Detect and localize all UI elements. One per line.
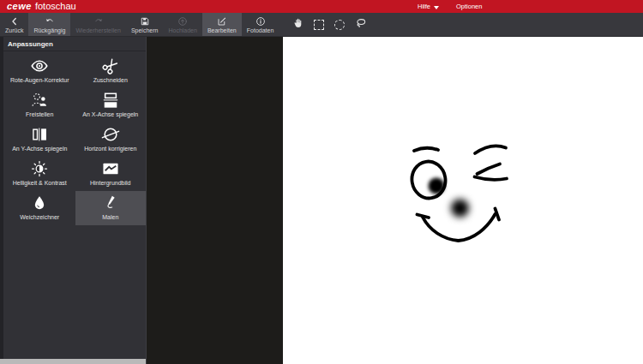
mouth-right-tick: [496, 209, 500, 220]
blur-drop-icon: [32, 194, 47, 212]
toolbar: Zurück Rückgängig Wiederherstellen Speic…: [0, 13, 643, 37]
upload-button[interactable]: Hochladen: [163, 13, 201, 36]
lasso-icon: [355, 17, 367, 29]
redo-button[interactable]: Wiederherstellen: [70, 13, 126, 36]
sidebar-item-freistellen[interactable]: Freistellen: [4, 88, 75, 122]
titlebar: cewe fotoschau Hilfe Optionen: [0, 0, 643, 13]
save-button[interactable]: Speichern: [126, 13, 164, 36]
photo-info-button[interactable]: Fotodaten: [242, 13, 279, 36]
menu-hilfe[interactable]: Hilfe: [418, 3, 439, 10]
logo-product: fotoschau: [35, 0, 76, 13]
edit-icon: [217, 15, 227, 27]
sidebar-item-y-achse-spiegeln[interactable]: An Y-Achse spiegeln: [4, 122, 75, 157]
horizontal-scrollbar[interactable]: [0, 359, 146, 364]
undo-button[interactable]: Rückgängig: [28, 13, 70, 36]
canvas-dark-area: [146, 37, 283, 364]
nose-dot: [451, 200, 469, 218]
scissors-icon: [102, 57, 119, 75]
save-icon: [140, 15, 150, 27]
chevron-left-icon: [9, 15, 20, 27]
back-button[interactable]: Zurück: [0, 13, 28, 36]
sidebar-item-rote-augen-korrektur[interactable]: Rote-Augen-Korrektur: [4, 54, 75, 88]
horizon-icon: [101, 125, 120, 144]
menu-optionen-label: Optionen: [456, 3, 482, 10]
upload-icon: [177, 15, 188, 27]
sidebar-item-hintergrundbild[interactable]: Hintergrundbild: [75, 157, 147, 191]
flip-x-icon: [101, 91, 120, 110]
logo-brand: cewe: [7, 0, 32, 13]
wink-upper-stroke: [478, 164, 501, 175]
app-window: cewe fotoschau Hilfe Optionen Zurück Rüc…: [0, 0, 643, 364]
app-logo: cewe fotoschau: [7, 0, 76, 13]
smiley-face-drawing: [403, 137, 523, 253]
red-eye-icon: [30, 57, 49, 75]
menu-hilfe-label: Hilfe: [418, 3, 430, 10]
sidebar-title: Anpassungen: [0, 37, 146, 51]
mouth-smile: [423, 214, 496, 241]
lasso-select-tool[interactable]: [355, 17, 367, 33]
sidebar-item-helligkeit-kontrast[interactable]: Helligkeit & Kontrast: [4, 157, 75, 191]
selection-tool-group: [292, 13, 367, 36]
sidebar-item-zuschneiden[interactable]: Zuschneiden: [75, 54, 147, 88]
flip-y-icon: [31, 125, 48, 144]
brightness-contrast-icon: [31, 159, 48, 178]
main-area: Anpassungen Rote-Augen-Korrektur Zuschne…: [0, 37, 643, 364]
menu-optionen[interactable]: Optionen: [456, 3, 482, 10]
right-eyebrow: [475, 146, 506, 153]
hand-tool[interactable]: [292, 17, 303, 33]
sidebar-item-horizont-korrigieren[interactable]: Horizont korrigieren: [75, 122, 147, 157]
photo-canvas[interactable]: [283, 37, 643, 364]
wink-lower-stroke: [475, 177, 508, 180]
sidebar-item-weichzeichner[interactable]: Weichzeichner: [4, 191, 75, 225]
left-eye: [409, 159, 448, 201]
left-eyebrow: [414, 148, 438, 151]
chevron-down-icon: [434, 6, 439, 9]
paint-pen-icon: [102, 194, 119, 212]
sidebar-item-malen[interactable]: Malen: [75, 191, 147, 225]
rectangle-select-tool[interactable]: [314, 20, 324, 30]
edit-button[interactable]: Bearbeiten: [202, 13, 242, 36]
hand-icon: [292, 17, 303, 29]
cutout-person-icon: [31, 91, 48, 110]
titlebar-menu: Hilfe Optionen: [418, 0, 482, 13]
background-image-icon: [101, 159, 120, 178]
adjustments-sidebar: Anpassungen Rote-Augen-Korrektur Zuschne…: [0, 37, 146, 364]
undo-icon: [44, 15, 56, 27]
adjustment-tool-grid: Rote-Augen-Korrektur Zuschneiden Freiste…: [0, 51, 146, 359]
redo-icon: [93, 15, 105, 27]
left-pupil: [429, 178, 445, 194]
info-icon: [255, 15, 266, 27]
ellipse-select-tool[interactable]: [334, 20, 345, 30]
sidebar-item-x-achse-spiegeln[interactable]: An X-Achse spiegeln: [75, 88, 147, 122]
